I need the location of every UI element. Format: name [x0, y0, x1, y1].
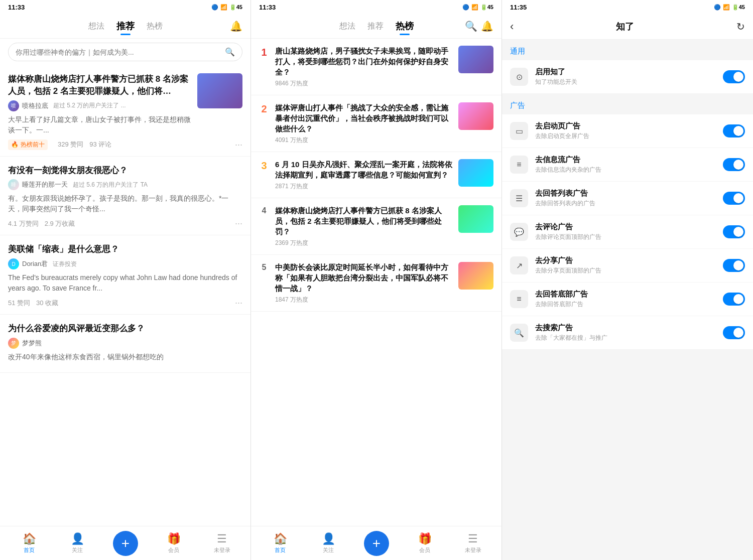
- bottom-nav-home-1[interactable]: 🏠 首页: [17, 532, 42, 554]
- ad-icon-4: ↗: [510, 256, 528, 274]
- tab-xianfa-2[interactable]: 想法: [339, 19, 355, 34]
- wifi-icon: 📶: [220, 4, 227, 11]
- toggle-ad-4[interactable]: [723, 259, 745, 272]
- settings-text-ad-6: 去搜索广告 去除「大家都在搜」与推广: [535, 323, 716, 342]
- bottom-nav-1: 🏠 首页 👤 关注 + 🎁 会员 ☰ 未登录: [0, 526, 251, 560]
- feed-author-2: 睡莲开的那一天: [22, 180, 68, 189]
- settings-item-ad-1[interactable]: ≡ 去信息流广告 去除信息流内夹杂的广告: [502, 148, 753, 182]
- feed-stats-1: 🔥 热榜前十 329 赞同 93 评论 ···: [8, 139, 242, 150]
- ad-icon-1: ≡: [510, 156, 528, 174]
- feed-preview-2: 有。女朋友跟我说她怀孕了。孩子是我的。那一刻，我真的很恶心。*一天，同事突然问了…: [8, 193, 242, 214]
- bottom-nav-home-label-2: 首页: [275, 546, 286, 554]
- feed-preview-4: 改开40年来像他这样东食西宿，锅里锅外都想吃的: [8, 352, 242, 362]
- battery-icon-2: 🔋45: [480, 4, 493, 11]
- bottom-nav-login-1[interactable]: ☰ 未登录: [209, 532, 234, 554]
- tab-xianfa-1[interactable]: 想法: [88, 19, 104, 34]
- settings-item-sub-0: 知了功能总开关: [535, 78, 716, 86]
- wifi-icon-2: 📶: [471, 4, 478, 11]
- settings-item-ad-3[interactable]: 💬 去评论广告 去除评论页面顶部的广告: [502, 215, 753, 249]
- hot-content-4: 媒体称唐山烧烤店打人事件警方已抓获 8 名涉案人员，包括 2 名主要犯罪嫌疑人，…: [275, 205, 452, 247]
- status-bar-3: 11:35 🔵 📶 🔋45: [502, 0, 753, 14]
- feed-item-3[interactable]: 美联储「缩表」是什么意思？ D Dorian君 证券投资 The Fed's b…: [0, 235, 250, 315]
- settings-item-ad-4[interactable]: ↗ 去分享广告 去除分享页面顶部的广告: [502, 249, 753, 283]
- feed-title-3: 美联储「缩表」是什么意思？: [8, 243, 242, 255]
- bell-icon-2[interactable]: 🔔: [481, 20, 493, 32]
- back-button[interactable]: ‹: [510, 20, 514, 33]
- avatar-1: 喷: [8, 100, 19, 111]
- bottom-nav-member-label-2: 会员: [419, 546, 430, 554]
- hot-rank-1: 1: [259, 47, 269, 58]
- ad-icon-3: 💬: [510, 223, 528, 241]
- feed-title-1: 媒体称唐山烧烤店打人事件警方已抓获 8 名涉案人员，包括 2 名主要犯罪嫌疑人，…: [8, 73, 192, 97]
- settings-item-ad-5[interactable]: ≡ 去回答底部广告 去除回答底部广告: [502, 283, 753, 316]
- feed-item-1[interactable]: 媒体称唐山烧烤店打人事件警方已抓获 8 名涉案人员，包括 2 名主要犯罪嫌疑人，…: [0, 65, 250, 157]
- status-icons-2: 🔵 📶 🔋45: [462, 4, 493, 11]
- status-icons-3: 🔵 📶 🔋45: [714, 4, 745, 11]
- avatar-4: 梦: [8, 338, 19, 349]
- bottom-nav-member-1[interactable]: 🎁 会员: [161, 532, 186, 554]
- login-icon-2: ☰: [468, 532, 478, 545]
- hot-item-4[interactable]: 4 媒体称唐山烧烤店打人事件警方已抓获 8 名涉案人员，包括 2 名主要犯罪嫌疑…: [251, 198, 501, 255]
- bluetooth-icon-2: 🔵: [462, 4, 469, 11]
- search-box-1[interactable]: 🔍: [8, 43, 242, 61]
- enable-icon: ⊙: [510, 68, 528, 86]
- ad-icon-0: ▭: [510, 122, 528, 140]
- bell-icon-1[interactable]: 🔔: [230, 20, 242, 32]
- tab-rebang-2[interactable]: 热榜: [396, 18, 414, 34]
- hot-item-5[interactable]: 5 中美防长会谈比原定时间延长半小时，如何看待中方称「如果有人胆敢把台湾分裂出去…: [251, 255, 501, 312]
- feed-item-2[interactable]: 有没有一刻觉得女朋友很恶心？ 睡 睡莲开的那一天 超过 5.6 万的用户关注了 …: [0, 157, 250, 236]
- feed-author-sub-3: 证券投资: [53, 260, 77, 268]
- feed-author-sub-1: 超过 5.2 万的用户关注了 ...: [53, 101, 126, 110]
- tab-tuijian-1[interactable]: 推荐: [116, 18, 135, 34]
- bottom-nav-follow-label-1: 关注: [72, 546, 83, 554]
- feed-more-3[interactable]: ···: [235, 298, 242, 308]
- hot-heat-5: 1847 万热度: [275, 296, 452, 304]
- toggle-ad-2[interactable]: [723, 192, 745, 205]
- bottom-nav-home-2[interactable]: 🏠 首页: [268, 532, 293, 554]
- feed-more-1[interactable]: ···: [235, 139, 242, 150]
- hot-content-3: 6 月 10 日吴亦凡强奸、聚众淫乱一案开庭，法院将依法择期宣判，庭审透露了哪些…: [275, 159, 452, 191]
- toggle-ad-5[interactable]: [723, 293, 745, 306]
- feed-author-sub-2: 超过 5.6 万的用户关注了 TA: [73, 181, 148, 189]
- tab-rebang-1[interactable]: 热榜: [147, 19, 163, 34]
- status-time-1: 11:33: [8, 4, 25, 11]
- toggle-ad-3[interactable]: [723, 225, 745, 238]
- settings-item-text-0: 启用知了 知了功能总开关: [535, 67, 716, 86]
- bottom-nav-member-2[interactable]: 🎁 会员: [412, 532, 437, 554]
- follow-icon-2: 👤: [322, 532, 335, 545]
- bottom-nav-follow-1[interactable]: 👤 关注: [65, 532, 90, 554]
- toggle-ad-0[interactable]: [723, 124, 745, 137]
- refresh-button[interactable]: ↻: [736, 21, 745, 33]
- bottom-nav-plus-2[interactable]: +: [364, 531, 389, 556]
- toggle-enable[interactable]: [723, 70, 745, 83]
- feed-preview-3: The Fed's bureaucrats merely copy what J…: [8, 272, 242, 294]
- feed-item-4[interactable]: 为什么谷爱凌的风评最近变那么多？ 梦 梦梦熊 改开40年来像他这样东食西宿，锅里…: [0, 315, 250, 373]
- hot-item-3[interactable]: 3 6 月 10 日吴亦凡强奸、聚众淫乱一案开庭，法院将依法择期宣判，庭审透露了…: [251, 152, 501, 198]
- tab-tuijian-2[interactable]: 推荐: [367, 19, 384, 34]
- settings-item-ad-0[interactable]: ▭ 去启动页广告 去除启动页全屏广告: [502, 114, 753, 148]
- search-icon-2[interactable]: 🔍: [465, 20, 477, 32]
- settings-item-ad-6[interactable]: 🔍 去搜索广告 去除「大家都在搜」与推广: [502, 316, 753, 350]
- bottom-nav-plus-1[interactable]: +: [113, 531, 138, 556]
- bottom-nav-login-2[interactable]: ☰ 未登录: [460, 532, 485, 554]
- settings-title: 知了: [616, 21, 634, 33]
- feed-likes-1: 329 赞同: [58, 140, 83, 149]
- avatar-3: D: [8, 258, 19, 269]
- hot-thumb-3: [458, 159, 493, 187]
- feed-more-2[interactable]: ···: [235, 218, 242, 229]
- toggle-ad-6[interactable]: [723, 326, 745, 339]
- battery-icon: 🔋45: [229, 4, 242, 11]
- status-time-2: 11:33: [259, 4, 276, 11]
- feed-title-2: 有没有一刻觉得女朋友很恶心？: [8, 165, 242, 177]
- settings-text-ad-1: 去信息流广告 去除信息流内夹杂的广告: [535, 155, 716, 174]
- settings-text-ad-4: 去分享广告 去除分享页面顶部的广告: [535, 256, 716, 275]
- hot-content-1: 唐山某路烧烤店，男子骚扰女子未果挨骂，随即动手打人，将受到哪些惩罚？出门在外如何…: [275, 46, 452, 88]
- hot-item-1[interactable]: 1 唐山某路烧烤店，男子骚扰女子未果挨骂，随即动手打人，将受到哪些惩罚？出门在外…: [251, 39, 501, 95]
- hot-item-2[interactable]: 2 媒体评唐山打人事件「挑战了大众的安全感，需让施暴者付出沉重代价」，当社会秩序…: [251, 95, 501, 152]
- search-input-1[interactable]: [16, 48, 221, 56]
- bottom-nav-follow-2[interactable]: 👤 关注: [316, 532, 341, 554]
- settings-item-ad-2[interactable]: ☰ 去回答列表广告 去除回答列表内的广告: [502, 182, 753, 215]
- toggle-ad-1[interactable]: [723, 158, 745, 171]
- settings-item-enable[interactable]: ⊙ 启用知了 知了功能总开关: [502, 60, 753, 94]
- feed-title-4: 为什么谷爱凌的风评最近变那么多？: [8, 323, 242, 335]
